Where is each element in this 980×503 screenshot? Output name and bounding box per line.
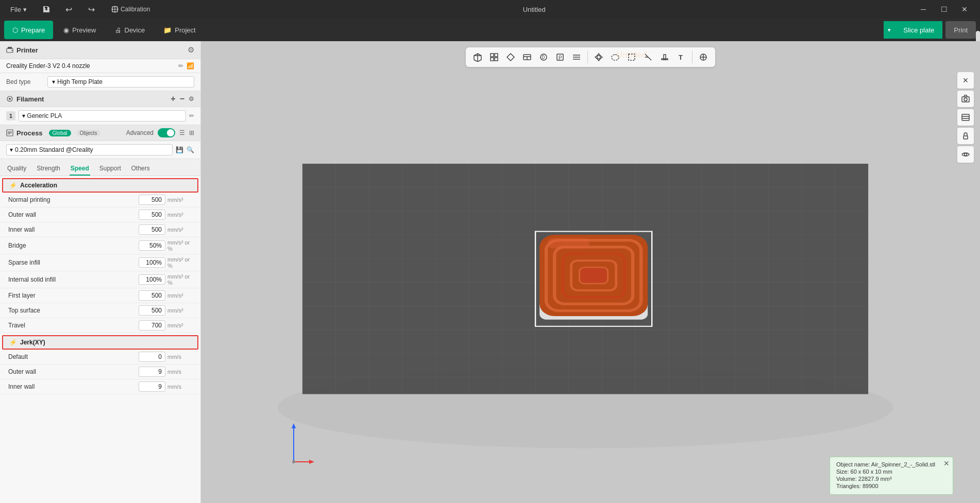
svg-rect-76 [548, 238, 589, 249]
svg-point-5 [11, 50, 12, 51]
tab-prepare[interactable]: ⬡ Prepare [4, 21, 53, 39]
p-icon[interactable]: P [552, 49, 568, 65]
select-rect-icon[interactable] [624, 49, 639, 65]
file-menu[interactable]: File ▾ [6, 4, 31, 15]
text-t-icon[interactable]: T [673, 49, 689, 65]
process-search-icon[interactable]: 🔍 [187, 146, 194, 153]
printer-section-header: Printer ⚙ [0, 41, 200, 59]
slice-plate-button[interactable]: Slice plate [895, 21, 942, 39]
tag-objects[interactable]: Objects [76, 130, 101, 136]
viewport-eye-icon[interactable] [957, 146, 974, 163]
first-layer-value[interactable]: 500 [139, 290, 165, 301]
orient-icon[interactable] [696, 49, 711, 65]
device-icon: 🖨 [115, 26, 122, 34]
info-close-button[interactable]: ✕ [943, 459, 950, 467]
move-icon[interactable] [591, 49, 606, 65]
inner-wall-value[interactable]: 500 [139, 224, 165, 235]
jerk-default-unit: mm/s [167, 354, 192, 360]
printer-row: Creality Ender-3 V2 0.4 nozzle ✏ 📶 [0, 59, 200, 73]
info-volume: Volume: 22827.9 mm³ [836, 476, 947, 482]
minimize-button[interactable]: ─ [914, 0, 933, 19]
table-icon[interactable] [519, 49, 535, 65]
svg-rect-18 [495, 58, 498, 61]
filament-section-header: Filament + − ⚙ [0, 91, 200, 107]
printer-wifi-icon[interactable]: 📶 [187, 62, 194, 70]
outer-wall-value[interactable]: 500 [139, 210, 165, 220]
viewport-camera-icon[interactable] [957, 91, 974, 107]
lines-icon[interactable] [569, 49, 584, 65]
main-layout: Printer ⚙ Creality Ender-3 V2 0.4 nozzle… [0, 41, 980, 503]
support-icon[interactable] [657, 49, 672, 65]
tag-global[interactable]: Global [49, 130, 71, 136]
acceleration-icon: ⚡ [9, 182, 17, 189]
device-label: Device [125, 26, 145, 34]
viewport-list-icon[interactable] [957, 109, 974, 126]
setting-internal-solid-infill: Internal solid infill 100% mm/s² or % [0, 271, 200, 288]
process-profile-row: ▾ 0.20mm Standard @Creality 💾 🔍 [0, 141, 200, 159]
info-object-name: Object name: Air_Spinner_2_-_Solid.stl [836, 461, 947, 467]
acceleration-section[interactable]: ⚡ Acceleration [2, 178, 198, 193]
filament-section-label: Filament [16, 95, 44, 103]
redo-icon[interactable]: ↪ [85, 2, 99, 16]
svg-marker-31 [597, 59, 600, 61]
viewport-close-icon[interactable]: ✕ [957, 72, 974, 89]
file-label: File [10, 6, 21, 13]
tab-project[interactable]: 📁 Project [155, 21, 204, 39]
process-profile-dropdown[interactable]: ▾ 0.20mm Standard @Creality [6, 144, 173, 155]
top-surface-value[interactable]: 500 [139, 305, 165, 316]
first-layer-label: First layer [8, 292, 139, 299]
calibration-icon[interactable]: Calibration [107, 2, 154, 16]
list-view-icon[interactable]: ☰ [179, 129, 185, 136]
viewport-lock-icon[interactable] [957, 128, 974, 144]
undo-icon[interactable]: ↩ [62, 2, 76, 16]
sparse-infill-value[interactable]: 100% [139, 257, 165, 268]
maximize-button[interactable]: ☐ [935, 0, 953, 19]
process-save-icon[interactable]: 💾 [176, 146, 183, 153]
tab-strength[interactable]: Strength [36, 162, 61, 176]
printer-edit-icon[interactable]: ✏ [178, 62, 183, 70]
tab-quality[interactable]: Quality [6, 162, 27, 176]
printer-settings-icon[interactable]: ⚙ [188, 45, 194, 55]
tab-preview[interactable]: ◉ Preview [55, 21, 104, 39]
tab-speed[interactable]: Speed [70, 162, 90, 176]
setting-bridge: Bridge 50% mm/s² or % [0, 237, 200, 254]
lasso-icon[interactable] [607, 49, 623, 65]
jerk-inner-wall-value[interactable]: 9 [139, 381, 165, 392]
info-triangles: Triangles: 89900 [836, 483, 947, 489]
save-icon[interactable] [39, 2, 54, 16]
filament-dropdown-arrow: ▾ [22, 112, 25, 119]
svg-point-83 [964, 98, 967, 101]
normal-printing-value[interactable]: 500 [139, 195, 165, 205]
bed-type-dropdown[interactable]: ▾ High Temp Plate [47, 76, 194, 88]
filament-edit-icon[interactable]: ✏ [189, 112, 194, 119]
grid-view-icon[interactable]: ⊞ [189, 129, 194, 136]
internal-solid-infill-value[interactable]: 100% [139, 274, 165, 285]
close-button[interactable]: ✕ [955, 0, 974, 19]
title-bar: File ▾ ↩ ↪ Calibration Untitled ─ ☐ ✕ [0, 0, 980, 19]
inner-wall-label: Inner wall [8, 226, 139, 233]
tab-device[interactable]: 🖨 Device [107, 21, 154, 39]
svg-point-7 [9, 98, 11, 100]
setting-jerk-inner-wall: Inner wall 9 mm/s [0, 379, 200, 394]
print-button[interactable]: Print [945, 21, 976, 39]
jerk-default-value[interactable]: 0 [139, 352, 165, 362]
jerk-outer-wall-value[interactable]: 9 [139, 367, 165, 377]
filament-dropdown[interactable]: ▾ Generic PLA [19, 110, 186, 122]
cut-icon[interactable] [640, 49, 656, 65]
bridge-value[interactable]: 50% [139, 240, 165, 251]
grid-icon[interactable] [486, 49, 502, 65]
filament-settings-icon[interactable]: ⚙ [189, 95, 194, 102]
jerk-section[interactable]: ⚡ Jerk(XY) [2, 335, 198, 350]
zero-icon[interactable]: 0 [536, 49, 551, 65]
filament-add-icon[interactable]: + [171, 94, 175, 103]
filament-remove-icon[interactable]: − [180, 94, 184, 103]
tab-support[interactable]: Support [98, 162, 122, 176]
slice-dropdown-btn[interactable]: ▾ [884, 21, 895, 39]
bed-row: Bed type ▾ High Temp Plate [0, 73, 200, 91]
cube-icon[interactable] [470, 49, 485, 65]
advanced-toggle[interactable] [158, 128, 175, 137]
process-section-label: Process [16, 129, 43, 137]
diamond-icon[interactable] [503, 49, 518, 65]
tab-others[interactable]: Others [130, 162, 151, 176]
travel-value[interactable]: 700 [139, 320, 165, 331]
